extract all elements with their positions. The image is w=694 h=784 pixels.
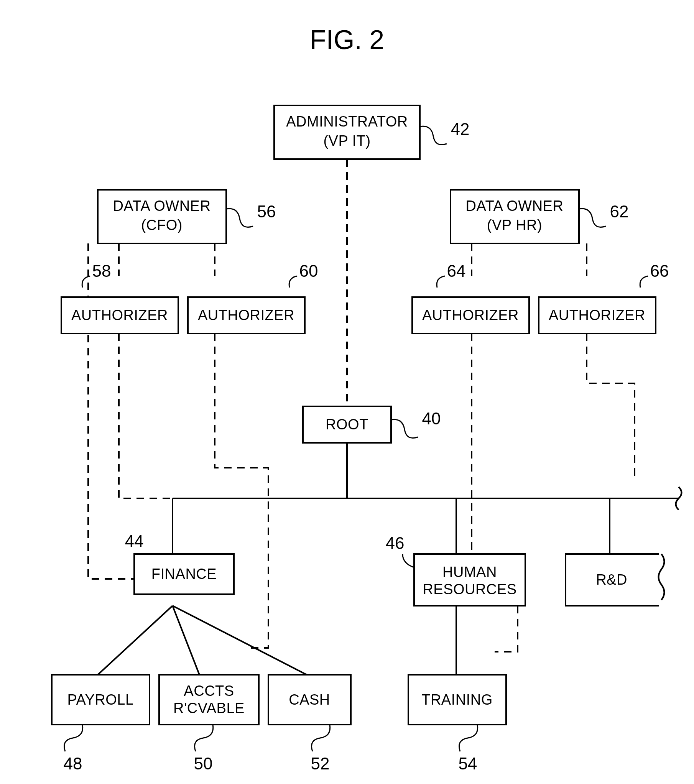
ref-54-lead (459, 725, 478, 751)
cfo-to-finance-link (88, 244, 134, 579)
ref-48: 48 (64, 754, 82, 773)
root-label: ROOT (326, 416, 368, 432)
ref-66: 66 (650, 262, 669, 280)
ref-46-lead (402, 554, 414, 567)
payroll-label: PAYROLL (67, 692, 134, 708)
svg-rect-13 (159, 675, 259, 725)
ref-42: 42 (451, 120, 470, 138)
auth60-down-link (215, 334, 269, 648)
ref-42-lead (420, 126, 447, 145)
authorizer-64-node: AUTHORIZER (412, 297, 529, 334)
authorizer-60-node: AUTHORIZER (188, 297, 305, 334)
ref-40: 40 (422, 409, 441, 428)
ref-52-lead (312, 725, 330, 751)
rnd-label: R&D (596, 572, 627, 588)
hr-label-2: RESOURCES (422, 581, 516, 597)
rnd-node: R&D (565, 552, 664, 607)
accts-node: ACCTS R'CVABLE (159, 675, 259, 725)
finance-to-accts (173, 606, 199, 675)
finance-label: FINANCE (152, 566, 217, 582)
auth58-to-finance-link (119, 334, 173, 554)
ref-56-lead (226, 209, 253, 227)
payroll-node: PAYROLL (52, 675, 150, 725)
hrowner-label-2: (VP HR) (487, 217, 542, 233)
ref-44: 44 (125, 532, 144, 550)
ref-40-lead (391, 419, 418, 438)
ref-60-lead (289, 276, 297, 288)
human-resources-node: HUMAN RESOURCES (414, 554, 525, 606)
auth58-label: AUTHORIZER (71, 307, 168, 323)
authorizer-58-node: AUTHORIZER (61, 297, 178, 334)
ref-48-lead (64, 725, 83, 751)
administrator-label-1: ADMINISTRATOR (286, 114, 408, 130)
accts-label-2: R'CVABLE (173, 700, 245, 716)
authorizer-66-node: AUTHORIZER (539, 297, 656, 334)
finance-node: FINANCE (134, 554, 234, 594)
ref-56: 56 (257, 202, 276, 221)
auth60-label: AUTHORIZER (198, 307, 295, 323)
figure-title: FIG. 2 (310, 25, 384, 55)
ref-50-lead (195, 725, 213, 751)
data-owner-cfo-node: DATA OWNER (CFO) (98, 190, 226, 244)
cash-node: CASH (269, 675, 351, 725)
auth66-to-training-link (495, 606, 518, 652)
ref-60: 60 (300, 262, 318, 280)
data-owner-hr-node: DATA OWNER (VP HR) (450, 190, 579, 244)
ref-62-lead (579, 209, 606, 227)
ref-62: 62 (610, 202, 629, 221)
training-label: TRAINING (421, 692, 493, 708)
ref-64: 64 (447, 262, 466, 280)
ref-54: 54 (458, 754, 477, 773)
ref-64-lead (437, 276, 445, 288)
hr-label-1: HUMAN (442, 564, 497, 580)
cash-label: CASH (289, 692, 330, 708)
ref-58: 58 (92, 262, 111, 280)
administrator-label-2: (VP IT) (323, 133, 370, 149)
accts-label-1: ACCTS (184, 683, 234, 699)
auth66-drop-link (587, 334, 635, 479)
ref-52: 52 (311, 754, 330, 773)
ref-50: 50 (194, 754, 213, 773)
finance-to-payroll (98, 606, 173, 675)
cfo-label-2: (CFO) (141, 217, 183, 233)
administrator-node: ADMINISTRATOR (VP IT) (274, 105, 420, 159)
ref-46: 46 (386, 534, 404, 552)
finance-to-cash (173, 606, 307, 675)
figure-2-diagram: FIG. 2 ADMINISTRATOR (0, 0, 694, 784)
cfo-label-1: DATA OWNER (113, 198, 211, 214)
auth66-label: AUTHORIZER (549, 307, 645, 323)
hrowner-label-1: DATA OWNER (466, 198, 564, 214)
training-node: TRAINING (408, 675, 506, 725)
auth64-label: AUTHORIZER (422, 307, 519, 323)
root-node: ROOT (303, 406, 391, 443)
ref-66-lead (640, 276, 648, 288)
